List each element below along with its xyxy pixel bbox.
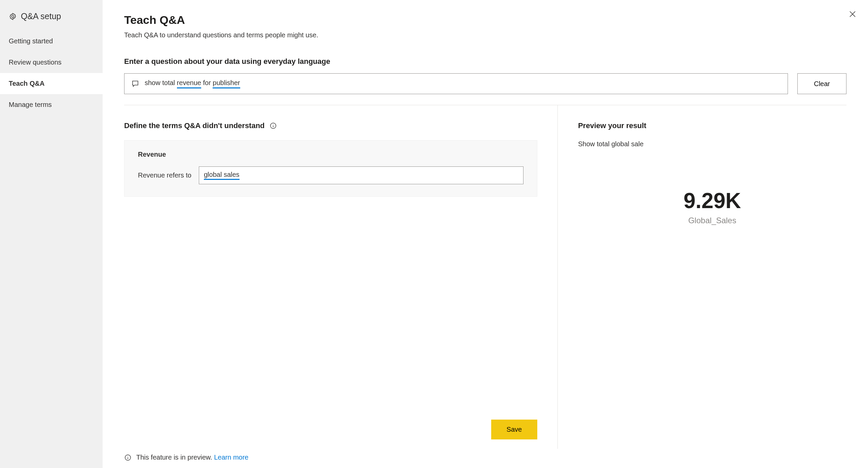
main-content: Teach Q&A Teach Q&A to understand questi… (103, 0, 868, 468)
preview-field-label: Global_Sales (578, 216, 846, 225)
sidebar-item-teach-qa[interactable]: Teach Q&A (0, 73, 103, 94)
page-subtitle: Teach Q&A to understand questions and te… (124, 31, 846, 39)
svg-point-5 (273, 124, 273, 124)
gear-icon (9, 12, 17, 21)
sidebar-item-review-questions[interactable]: Review questions (0, 52, 103, 73)
term-publisher: publisher (213, 79, 240, 89)
save-button[interactable]: Save (491, 420, 538, 439)
sidebar-item-getting-started[interactable]: Getting started (0, 31, 103, 52)
preview-result: 9.29K Global_Sales (578, 188, 846, 225)
term-definition-input[interactable]: global sales (199, 166, 524, 184)
preview-pane: Preview your result Show total global sa… (557, 105, 846, 449)
sidebar-header: Q&A setup (0, 11, 103, 31)
page-title: Teach Q&A (124, 13, 846, 27)
term-name: Revenue (138, 151, 524, 158)
define-terms-pane: Define the terms Q&A didn't understand R… (124, 105, 557, 449)
svg-point-0 (12, 15, 14, 17)
preview-value: 9.29K (578, 188, 846, 213)
question-input[interactable]: show total revenue for publisher (124, 73, 788, 94)
define-heading: Define the terms Q&A didn't understand (124, 121, 537, 130)
preview-footer: This feature is in preview. Learn more (124, 449, 846, 468)
preview-caption: Show total global sale (578, 140, 846, 148)
sidebar: Q&A setup Getting started Review questio… (0, 0, 103, 468)
svg-point-8 (127, 456, 128, 456)
close-button[interactable] (846, 8, 859, 20)
info-icon (124, 454, 131, 461)
term-refers-label: Revenue refers to (138, 171, 191, 179)
preview-heading: Preview your result (578, 121, 846, 130)
chat-icon (131, 80, 139, 88)
info-icon[interactable] (270, 122, 277, 129)
sidebar-title: Q&A setup (21, 11, 61, 21)
term-revenue: revenue (177, 79, 201, 89)
clear-button[interactable]: Clear (797, 73, 846, 94)
sidebar-item-manage-terms[interactable]: Manage terms (0, 94, 103, 115)
term-card-revenue: Revenue Revenue refers to global sales (124, 140, 537, 197)
question-text: show total revenue for publisher (145, 79, 240, 89)
footer-text: This feature is in preview. (136, 454, 214, 461)
learn-more-link[interactable]: Learn more (214, 454, 248, 461)
question-section-label: Enter a question about your data using e… (124, 57, 846, 66)
